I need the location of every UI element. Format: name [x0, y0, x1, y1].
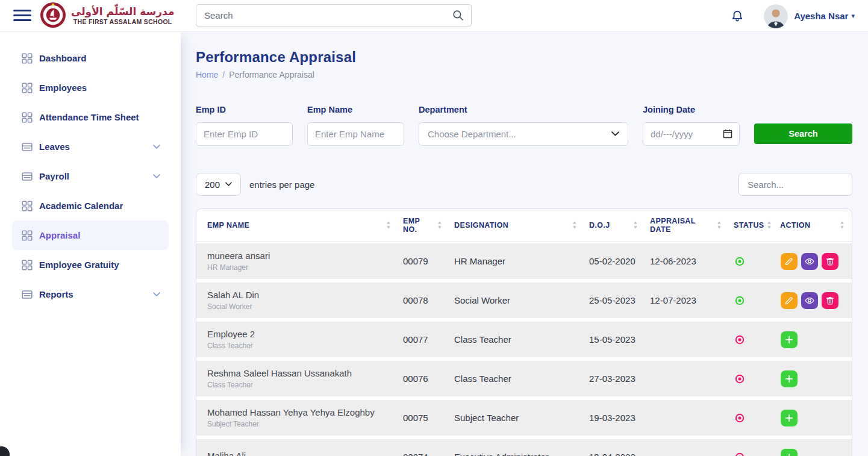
school-logo[interactable]: مدرسة السّلّم الأولى THE FIRST ASSALAM S…: [40, 2, 174, 28]
appraisal-date-cell: [645, 322, 729, 357]
sidebar-item-label: Employee Gratuity: [39, 260, 119, 270]
emp-name-label: Emp Name: [307, 105, 404, 114]
column-label: ACTION: [780, 221, 810, 230]
column-header-status[interactable]: STATUS: [729, 221, 775, 230]
grid-icon: [22, 112, 33, 123]
search-button[interactable]: Search: [754, 123, 852, 144]
school-name-english: THE FIRST ASSALAM SCHOOL: [71, 18, 174, 25]
status-pending-icon: [735, 413, 745, 423]
sidebar-item-appraisal[interactable]: Appraisal: [12, 220, 169, 250]
table-row: Salah AL Din Social Worker 00078 Social …: [196, 283, 852, 318]
grid-icon: [22, 53, 33, 64]
sort-icon: [437, 221, 442, 229]
appraisal-date-cell: [645, 361, 729, 396]
doj-cell: 25-05-2023: [584, 283, 645, 318]
column-label: STATUS: [734, 221, 764, 230]
sidebar-item-employee-gratuity[interactable]: Employee Gratuity: [12, 250, 169, 280]
table-body: muneera ansari HR Manager 00079 HR Manag…: [196, 242, 852, 456]
user-name[interactable]: Ayesha Nsar: [794, 11, 848, 21]
status-cell: [729, 283, 775, 318]
sort-icon: [840, 221, 845, 229]
menu-toggle-icon[interactable]: [13, 10, 31, 21]
add-appraisal-button[interactable]: [781, 331, 798, 348]
sidebar-item-label: Dashboard: [39, 53, 86, 63]
status-pending-icon: [735, 335, 745, 345]
delete-button[interactable]: [822, 292, 838, 309]
column-header-action[interactable]: ACTION: [775, 221, 852, 230]
entries-per-page-value: 200: [205, 180, 220, 190]
user-menu-caret-icon[interactable]: ▾: [851, 12, 855, 20]
add-appraisal-button[interactable]: [781, 370, 798, 387]
add-appraisal-button[interactable]: [781, 449, 798, 456]
sidebar-item-label: Employees: [39, 83, 87, 93]
employee-name-cell: muneera ansari HR Manager: [196, 243, 398, 279]
column-header-designation[interactable]: DESIGNATION: [449, 221, 584, 230]
column-header-appraisal-date[interactable]: APPRAISAL DATE: [645, 217, 729, 234]
breadcrumb-home-link[interactable]: Home: [196, 70, 218, 80]
sort-icon: [767, 221, 772, 229]
sort-icon: [386, 221, 391, 229]
appraisal-date-cell: [645, 400, 729, 436]
calendar-icon[interactable]: [723, 129, 732, 139]
delete-button[interactable]: [822, 253, 838, 270]
employee-name-cell: Maliha Ali: [196, 439, 398, 456]
avatar[interactable]: [764, 4, 788, 28]
designation-cell: Class Teacher: [449, 322, 584, 357]
employee-name-cell: Mohamed Hassan Yehya Yehya Elzoghby Subj…: [196, 400, 398, 436]
employee-role: HR Manager: [207, 263, 248, 272]
global-search-input[interactable]: [196, 4, 472, 27]
appraisal-date-cell: 12-07-2023: [645, 283, 729, 318]
column-header-emp-name[interactable]: EMP NAME: [196, 221, 398, 230]
plus-icon: [784, 452, 794, 456]
action-cell: [775, 322, 852, 357]
sidebar-item-dashboard[interactable]: Dashboard: [12, 43, 169, 73]
sidebar-item-label: Appraisal: [39, 230, 80, 240]
emp-no-cell: 00076: [398, 361, 449, 396]
employee-role: Class Teacher: [207, 342, 253, 350]
edit-button[interactable]: [781, 292, 798, 309]
emp-id-input[interactable]: [196, 122, 293, 146]
trash-icon: [825, 296, 835, 305]
add-appraisal-button[interactable]: [781, 410, 798, 426]
sidebar-item-employees[interactable]: Employees: [12, 73, 169, 102]
table-row: Reshma Saleel Hassan Ussanakath Class Te…: [196, 361, 852, 396]
sidebar-item-academic-calendar[interactable]: Academic Calendar: [12, 191, 169, 220]
card-icon: [22, 289, 33, 300]
status-cell: [729, 322, 775, 357]
plus-icon: [784, 335, 794, 345]
card-icon: [22, 171, 33, 182]
action-cell: [775, 283, 852, 318]
filter-emp-id: Emp ID: [196, 105, 293, 146]
column-header-doj[interactable]: D.O.J: [584, 221, 645, 230]
view-button[interactable]: [801, 253, 818, 270]
breadcrumb-current: Performance Appraisal: [229, 70, 314, 80]
employee-name: Salah AL Din: [207, 290, 259, 300]
list-controls: 200 entries per page: [196, 173, 852, 196]
grid-icon: [22, 201, 33, 211]
sidebar-item-leaves[interactable]: Leaves: [12, 132, 169, 161]
column-header-emp-no[interactable]: EMP NO.: [398, 217, 449, 234]
sidebar-item-reports[interactable]: Reports: [12, 280, 169, 309]
table-row: Employee 2 Class Teacher 00077 Class Tea…: [196, 322, 852, 357]
filter-joining-date: Joining Date: [643, 105, 740, 146]
status-cell: [729, 361, 775, 396]
filter-emp-name: Emp Name: [307, 105, 404, 146]
edit-button[interactable]: [781, 253, 798, 270]
table-search-input[interactable]: [738, 173, 852, 196]
doj-cell: 19-04-2023: [584, 439, 645, 456]
emp-name-input[interactable]: [307, 122, 404, 146]
search-icon[interactable]: [452, 10, 464, 21]
eye-icon: [805, 296, 814, 305]
department-select[interactable]: Choose Department...: [419, 122, 628, 146]
chevron-down-icon: [153, 145, 160, 149]
sidebar-item-payroll[interactable]: Payroll: [12, 161, 169, 191]
entries-per-page-select[interactable]: 200: [196, 173, 241, 196]
sidebar-item-label: Leaves: [39, 142, 70, 152]
view-button[interactable]: [801, 292, 818, 309]
sidebar-item-attendance-time-sheet[interactable]: Attendance Time Sheet: [12, 102, 169, 132]
doj-cell: 05-02-2020: [584, 243, 645, 279]
chevron-down-icon: [153, 292, 160, 297]
employee-name: muneera ansari: [207, 251, 270, 261]
notification-bell-icon[interactable]: [731, 10, 744, 22]
column-label: APPRAISAL DATE: [650, 217, 714, 234]
